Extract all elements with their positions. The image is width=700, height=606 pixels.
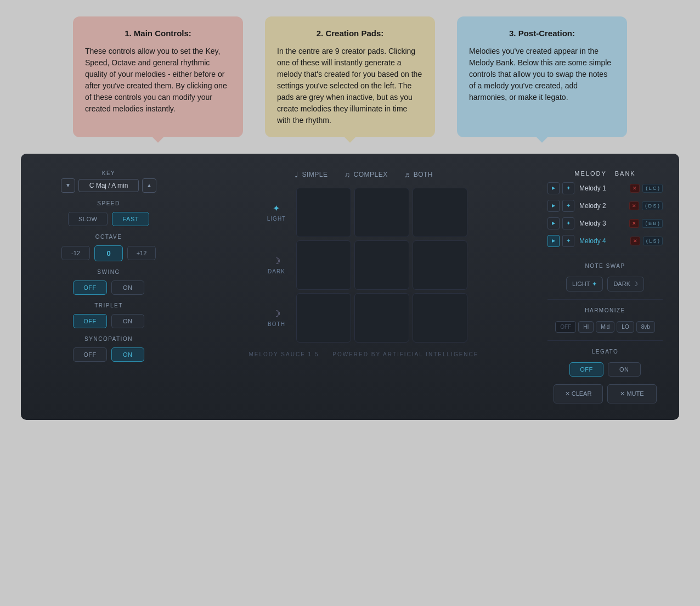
melody-4-play-button[interactable]: ▶ xyxy=(547,235,560,247)
harmonize-hi-button[interactable]: HI xyxy=(578,321,594,333)
speed-fast-button[interactable]: FAST xyxy=(112,212,149,226)
tooltip-main-controls-body: These controls allow you to set the Key,… xyxy=(85,46,231,115)
pad-2-3[interactable] xyxy=(413,240,467,290)
triplet-off-button[interactable]: OFF xyxy=(73,314,107,328)
pads-grid xyxy=(296,188,467,343)
melody-3-play-button[interactable]: ▶ xyxy=(547,217,560,229)
pad-3-1[interactable] xyxy=(296,293,351,343)
row-label-light-text: LIGHT xyxy=(267,216,286,222)
melody-2-move-button[interactable]: ✦ xyxy=(562,200,574,212)
mode-simple-button[interactable]: ♩ SIMPLE xyxy=(295,170,328,179)
pad-1-3[interactable] xyxy=(413,188,467,237)
mode-complex-button[interactable]: ♫ COMPLEX xyxy=(344,170,387,179)
row-label-dark: ☽ DARK xyxy=(260,256,293,274)
octave-zero-button[interactable]: 0 xyxy=(94,245,123,261)
melody-4-move-button[interactable]: ✦ xyxy=(562,235,574,247)
dark-icon: ☽ xyxy=(273,256,281,266)
tooltip-post-creation-body: Melodies you've created appear in the Me… xyxy=(469,46,615,103)
row-label-dark-text: DARK xyxy=(268,268,285,274)
key-up-button[interactable]: ▲ xyxy=(142,178,156,193)
triplet-section: TRIPLET OFF ON xyxy=(37,302,180,328)
harmonize-row: OFF HI Mid LO 8vb xyxy=(555,321,655,333)
legato-on-button[interactable]: ON xyxy=(608,362,641,377)
melody-row-3: ▶ ✦ Melody 3 ✕ ( B B ) xyxy=(547,217,663,229)
mute-button[interactable]: ✕ MUTE xyxy=(607,384,657,403)
melody-row-1: ▶ ✦ Melody 1 ✕ ( L C ) xyxy=(547,182,663,194)
right-panel: MELODY BANK ▶ ✦ Melody 1 ✕ ( L C ) ▶ ✦ M… xyxy=(542,165,668,409)
harmonize-mid-button[interactable]: Mid xyxy=(596,321,614,333)
divider-3 xyxy=(547,340,663,341)
tooltip-creation-pads: 2. Creation Pads: In the centre are 9 cr… xyxy=(265,16,435,137)
row-label-both-text: BOTH xyxy=(268,321,285,327)
note-swap-light-label: LIGHT xyxy=(572,280,590,287)
note-swap-dark-button[interactable]: DARK ☽ xyxy=(607,277,644,291)
mode-both-button[interactable]: ♬ BOTH xyxy=(404,170,433,179)
pad-3-3[interactable] xyxy=(413,293,467,343)
legato-row: OFF ON xyxy=(569,362,641,377)
footer: MELODY SAUCE 1.5 POWERED BY ARTIFICIAL I… xyxy=(244,351,484,357)
melody-4-delete-button[interactable]: ✕ xyxy=(630,237,640,245)
brand-text: MELODY SAUCE 1.5 xyxy=(249,351,319,357)
harmonize-8vb-button[interactable]: 8vb xyxy=(636,321,655,333)
clear-button[interactable]: ✕ CLEAR xyxy=(554,384,603,403)
syncopation-on-button[interactable]: ON xyxy=(111,347,144,362)
mode-simple-label: SIMPLE xyxy=(302,171,328,178)
melody-1-move-button[interactable]: ✦ xyxy=(562,182,574,194)
legato-label: LEGATO xyxy=(592,349,619,355)
key-down-button[interactable]: ▼ xyxy=(61,178,75,193)
row-label-light: ✦ LIGHT xyxy=(260,203,293,222)
melody-3-delete-button[interactable]: ✕ xyxy=(629,219,639,228)
melody-2-delete-button[interactable]: ✕ xyxy=(629,201,639,210)
tooltip-post-creation: 3. Post-Creation: Melodies you've create… xyxy=(457,16,627,137)
octave-section: OCTAVE -12 0 +12 xyxy=(37,234,180,261)
harmonize-lo-button[interactable]: LO xyxy=(617,321,634,333)
pad-2-1[interactable] xyxy=(296,240,351,290)
melody-1-play-button[interactable]: ▶ xyxy=(547,182,560,194)
pad-3-2[interactable] xyxy=(354,293,409,343)
mode-both-label: BOTH xyxy=(414,171,433,178)
harmonize-off-button[interactable]: OFF xyxy=(555,321,576,333)
key-row: ▼ C Maj / A min ▲ xyxy=(61,178,156,193)
light-icon: ✦ xyxy=(273,203,280,214)
triplet-label: TRIPLET xyxy=(94,302,123,308)
bottom-row: ✕ CLEAR ✕ MUTE xyxy=(554,384,657,403)
row-label-both: ☽ BOTH xyxy=(260,308,293,327)
pads-container: ✦ LIGHT ☽ DARK ☽ BOTH xyxy=(260,188,467,343)
note-swap-row: LIGHT ✦ DARK ☽ xyxy=(566,277,644,291)
pads-row-3 xyxy=(296,293,467,343)
pad-1-2[interactable] xyxy=(354,188,409,237)
complex-icon: ♫ xyxy=(344,170,350,179)
octave-minus-button[interactable]: -12 xyxy=(61,246,90,260)
simple-icon: ♩ xyxy=(295,170,299,179)
octave-plus-button[interactable]: +12 xyxy=(127,246,156,260)
syncopation-off-button[interactable]: OFF xyxy=(73,347,107,362)
swing-off-button[interactable]: OFF xyxy=(73,280,107,295)
center-panel: ♩ SIMPLE ♫ COMPLEX ♬ BOTH ✦ LIGHT ☽ DAR xyxy=(191,165,537,409)
pad-2-2[interactable] xyxy=(354,240,409,290)
divider-2 xyxy=(547,299,663,300)
melody-2-play-button[interactable]: ▶ xyxy=(547,200,560,212)
main-ui: KEY ▼ C Maj / A min ▲ SPEED SLOW FAST OC… xyxy=(21,154,679,420)
melody-row-2: ▶ ✦ Melody 2 ✕ ( D S ) xyxy=(547,200,663,212)
melody-1-delete-button[interactable]: ✕ xyxy=(630,184,640,193)
both-row-icon: ☽ xyxy=(273,308,281,319)
note-swap-light-icon: ✦ xyxy=(592,280,597,288)
syncopation-section: SYNCOPATION OFF ON xyxy=(37,336,180,362)
pad-1-1[interactable] xyxy=(296,188,351,237)
melody-3-move-button[interactable]: ✦ xyxy=(562,217,574,229)
tooltip-post-creation-title: 3. Post-Creation: xyxy=(469,27,615,40)
melody-bank-title: MELODY BANK xyxy=(574,170,635,177)
legato-off-button[interactable]: OFF xyxy=(569,362,603,377)
melody-4-tag: ( L S ) xyxy=(643,237,663,245)
melody-4-name: Melody 4 xyxy=(577,236,628,246)
swing-label: SWING xyxy=(97,269,120,275)
swing-on-button[interactable]: ON xyxy=(111,280,144,295)
speed-slow-button[interactable]: SLOW xyxy=(68,212,108,226)
triplet-on-button[interactable]: ON xyxy=(111,314,144,328)
note-swap-light-button[interactable]: LIGHT ✦ xyxy=(566,277,603,291)
divider-1 xyxy=(547,255,663,255)
note-swap-dark-label: DARK xyxy=(613,280,630,287)
mode-row: ♩ SIMPLE ♫ COMPLEX ♬ BOTH xyxy=(295,170,433,179)
note-swap-label: NOTE SWAP xyxy=(585,263,625,269)
speed-label: SPEED xyxy=(97,200,120,206)
